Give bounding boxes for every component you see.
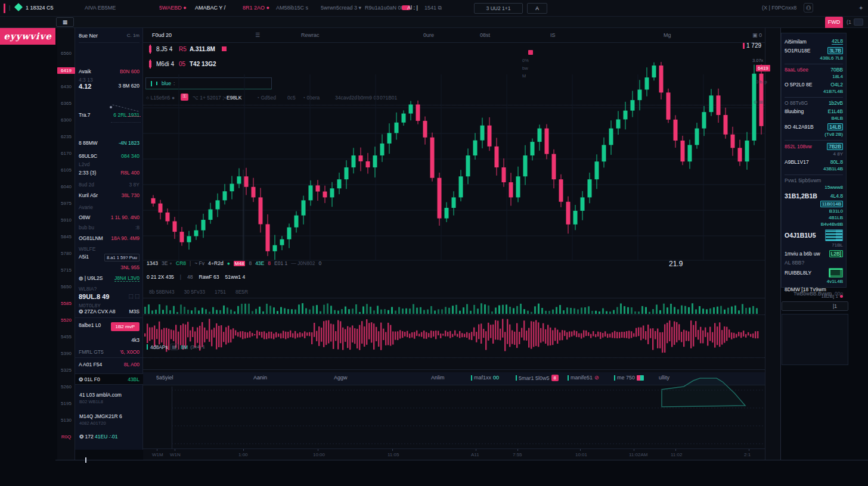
chart-alert-marker[interactable]	[528, 50, 533, 55]
star-icon[interactable]: ✦	[858, 5, 863, 11]
bottom-right-item-2[interactable]: manife51⊘	[568, 375, 599, 381]
bottom-right-item-3[interactable]: me 750	[614, 375, 644, 381]
right-panel-row-6[interactable]: O 5P2L0 8EO4L2	[785, 82, 843, 88]
chart-tab-3[interactable]: 0ure	[423, 32, 434, 38]
ladder-price-8[interactable]: 6040	[57, 184, 75, 189]
right-panel-row-17[interactable]: A9BL1V1780L.8	[785, 159, 843, 165]
right-panel-row-20[interactable]: Pvw1 5ipb5vwm	[785, 177, 843, 183]
brand-logo[interactable]: eyywvive	[0, 28, 55, 45]
bar	[681, 332, 682, 342]
oscillator-histogram[interactable]	[143, 317, 765, 354]
left-panel-title[interactable]: 8ue Ner	[79, 33, 98, 39]
right-panel-row-10[interactable]: 8luubingE1L4B	[785, 108, 843, 114]
bar	[162, 310, 164, 314]
ladder-price-7[interactable]: 6105	[57, 167, 75, 173]
right-panel-input[interactable]: |1	[782, 301, 848, 311]
ladder-price-11[interactable]: 5845	[57, 234, 75, 239]
bottom-tab-1[interactable]: Aanin	[253, 375, 267, 381]
ladder-price-20[interactable]: 5260	[57, 384, 75, 390]
shortcut-box[interactable]: A	[527, 3, 547, 14]
left-footer-row-0[interactable]: 41 L03 amblA.com	[79, 392, 140, 398]
oscillator-settings-icon[interactable]: ▤	[170, 344, 179, 350]
ladder-price-10[interactable]: 5910	[57, 217, 75, 223]
indicator-row-main[interactable]: 13433E ∘CR8|~ Fv4∘R2d●M48843E8E01 1— J0N…	[147, 260, 321, 266]
search-input[interactable]: 3 UU2 1+1	[474, 3, 523, 14]
ladder-price-22[interactable]: 5130	[57, 418, 75, 423]
ladder-price-16[interactable]: 5520	[57, 317, 75, 323]
chart-tab-5[interactable]: IS	[550, 32, 556, 38]
topbar-item-4[interactable]: AMABAC Y /	[195, 5, 225, 11]
volume-histogram[interactable]	[143, 301, 765, 314]
chart-area[interactable]: F0ud 20☰Rewrac0ure08stISMg▣ 0 8.J5 4R5A.…	[143, 28, 765, 460]
bar	[418, 334, 420, 337]
right-panel-row-9[interactable]: O 88Tv8G1b2vB	[785, 100, 843, 106]
topbar-item-8[interactable]: R9u1a1u0aN 0N	[365, 5, 405, 11]
ladder-price-0[interactable]: 6560	[57, 51, 75, 56]
right-panel-row-15[interactable]: 852L 108vw7B2B	[785, 143, 843, 150]
left-footer-row-1[interactable]: M14Q JMGK21R 6	[79, 413, 140, 419]
ladder-price-17[interactable]: 5455	[57, 334, 75, 339]
chart-tab-6[interactable]: Mg	[664, 32, 671, 38]
topbar-item-11[interactable]: (X | F0PCnxx8	[762, 5, 796, 11]
ladder-price-3[interactable]: 6365	[57, 101, 75, 106]
ladder-price-2[interactable]: 6430	[57, 84, 75, 89]
ladder-price-5[interactable]: 6235	[57, 134, 75, 139]
right-panel-row-27[interactable]: O4J1B1U5	[785, 229, 843, 241]
ladder-price-6[interactable]: 6170	[57, 151, 75, 156]
row-input-box[interactable]: 8.a1 1 59? Puu	[104, 254, 140, 261]
topbar-item-10[interactable]: 1541 ⧉	[424, 5, 442, 11]
tab-fwd-active[interactable]: FWD	[825, 17, 843, 28]
ladder-price-19[interactable]: 5325	[57, 367, 75, 373]
time-axis[interactable]: W1MW1N1:0010:0011:05A117:5510:0111:02AM1…	[143, 448, 765, 458]
left-panel-interval[interactable]: C. 1m	[127, 33, 140, 39]
oscillator-legend[interactable]: 4d8APs ▤ 8M (3x4) 1	[147, 344, 205, 350]
chart-tab-0[interactable]: F0ud 20	[152, 32, 172, 38]
right-panel-row-12[interactable]: 8O 4L2A91B14LB	[785, 123, 843, 130]
topbar-item-9[interactable]: Al : |	[407, 5, 418, 11]
bottom-tab-2[interactable]: Aggw	[334, 375, 348, 381]
ladder-price-15[interactable]: 5585	[57, 301, 75, 306]
ladder-price-13[interactable]: 5715	[57, 267, 75, 273]
topbar-item-3[interactable]: 5WAEBD ●	[159, 5, 187, 11]
ladder-price-1[interactable]: 6419	[57, 67, 75, 74]
left-footer-row-2[interactable]: ❂ 172 41EU ∴01	[79, 434, 140, 440]
chart-tab-2[interactable]: Rewrac	[301, 32, 320, 38]
ladder-price-4[interactable]: 6300	[57, 117, 75, 123]
ladder-price-9[interactable]: 5975	[57, 201, 75, 206]
bottom-right-item-1[interactable]: 5mar1 5l0w58	[516, 375, 559, 381]
topbar-item-0[interactable]: |	[9, 5, 10, 11]
bottom-tab-3[interactable]: Anlim	[431, 375, 445, 381]
chart-tab-4[interactable]: 08st	[480, 32, 490, 38]
topbar-item-7[interactable]: 5wrwn5cread 3 ▾	[321, 5, 361, 11]
grid-layout-icon[interactable]: ▦	[56, 17, 74, 27]
bottom-right-item-4[interactable]: ullity	[659, 375, 669, 381]
right-panel-row-22[interactable]: 31B1,2B1B4L4.8	[785, 192, 843, 200]
right-panel-row-30[interactable]: AL 8BB?	[785, 260, 843, 266]
bottom-right-item-0[interactable]: maf1xx00	[471, 375, 499, 381]
axis-icons[interactable]: ⊙ ⊞	[754, 99, 763, 105]
topbar-item-1[interactable]: 1 18324 C5	[26, 5, 54, 11]
right-panel-row-4[interactable]: 8aaL u5ee70BB	[785, 67, 843, 73]
topbar-item-5[interactable]: 8R1 2AO ●	[243, 5, 269, 11]
panel-toggle-icon[interactable]	[854, 18, 863, 26]
left-panel-pink-button[interactable]: 1B2 mvP	[111, 322, 140, 331]
right-panel-row-31[interactable]: RUIBBL8LY	[785, 268, 843, 278]
right-panel-row-29[interactable]: 1mviu a b6b uwL2B]	[785, 250, 843, 257]
bottom-tab-0[interactable]: 5a5yiel	[156, 375, 173, 381]
ladder-price-23[interactable]: R0Q	[57, 434, 75, 440]
right-panel-row-1[interactable]: 5O1RU18E3L7B	[785, 47, 843, 54]
chart-tab-1[interactable]: ☰	[255, 32, 260, 38]
price-axis-right[interactable]: 1 729 3.07x 6419 0 b. p ⊙ ⊞	[765, 28, 781, 460]
right-panel-row-0[interactable]: Ai5imilam42L8	[785, 38, 843, 45]
ladder-price-14[interactable]: 5650	[57, 284, 75, 289]
topbar-item-6[interactable]: AM58ib15C s	[276, 5, 308, 11]
topbar-item-2[interactable]: AIVA EB5ME	[85, 5, 116, 11]
ladder-price-21[interactable]: 5195	[57, 401, 75, 406]
indicator-row-secondary[interactable]: 0 21 2X 435|48RawF 6351ww1 4	[147, 274, 245, 280]
price-ladder[interactable]: 6560641964306365630062356170610560405975…	[57, 28, 75, 460]
globe-icon[interactable]: ⚇	[804, 3, 813, 13]
chart-tab-7[interactable]: ▣ 0	[752, 32, 762, 38]
ladder-price-12[interactable]: 5780	[57, 251, 75, 256]
ladder-price-18[interactable]: 5390	[57, 351, 75, 356]
candlestick-chart[interactable]	[150, 51, 765, 260]
